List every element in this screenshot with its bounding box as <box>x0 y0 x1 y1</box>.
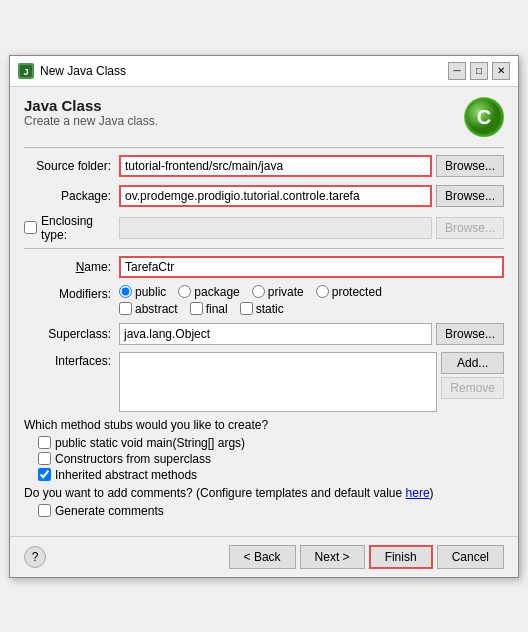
generate-comments-checkbox[interactable] <box>38 504 51 517</box>
superclass-input[interactable] <box>119 323 432 345</box>
nav-buttons: < Back Next > Finish Cancel <box>229 545 504 569</box>
header-text: Java Class Create a new Java class. <box>24 97 158 128</box>
enclosing-type-label: Enclosing type: <box>41 214 111 242</box>
source-folder-row: Source folder: Browse... <box>24 154 504 178</box>
cancel-button[interactable]: Cancel <box>437 545 504 569</box>
interfaces-add-button[interactable]: Add... <box>441 352 504 374</box>
stub-inherited: Inherited abstract methods <box>38 468 504 482</box>
modifiers-row-2: abstract final static <box>119 302 382 316</box>
modifiers-row-1: public package private protected <box>119 285 382 299</box>
stub-constructors-label: Constructors from superclass <box>55 452 211 466</box>
window-title: New Java Class <box>40 64 126 78</box>
stubs-question: Which method stubs would you like to cre… <box>24 418 504 432</box>
stub-main-checkbox[interactable] <box>38 436 51 449</box>
stub-inherited-label: Inherited abstract methods <box>55 468 197 482</box>
svg-text:C: C <box>477 106 491 128</box>
modifier-private[interactable]: private <box>252 285 304 299</box>
header-section: Java Class Create a new Java class. C <box>24 97 504 137</box>
source-folder-label: Source folder: <box>24 159 119 173</box>
package-input[interactable] <box>119 185 432 207</box>
modifier-abstract[interactable]: abstract <box>119 302 178 316</box>
close-button[interactable]: ✕ <box>492 62 510 80</box>
enclosing-type-browse-button: Browse... <box>436 217 504 239</box>
main-window: J New Java Class ─ □ ✕ Java Class Create… <box>9 55 519 578</box>
window-icon: J <box>18 63 34 79</box>
modifiers-label: Modifiers: <box>24 285 119 301</box>
stub-constructors: Constructors from superclass <box>38 452 504 466</box>
modifier-final[interactable]: final <box>190 302 228 316</box>
stubs-section: Which method stubs would you like to cre… <box>24 418 504 482</box>
comments-generate: Generate comments <box>38 504 504 518</box>
source-folder-browse-button[interactable]: Browse... <box>436 155 504 177</box>
name-row: Name: <box>24 255 504 279</box>
enclosing-type-checkbox[interactable] <box>24 221 37 234</box>
interfaces-row: Interfaces: Add... Remove <box>24 352 504 412</box>
modifier-protected[interactable]: protected <box>316 285 382 299</box>
superclass-row: Superclass: Browse... <box>24 322 504 346</box>
interfaces-remove-button: Remove <box>441 377 504 399</box>
modifiers-row: Modifiers: public package private <box>24 285 504 316</box>
stub-main: public static void main(String[] args) <box>38 436 504 450</box>
comments-question-prefix: Do you want to add comments? (Configure … <box>24 486 406 500</box>
title-bar-controls: ─ □ ✕ <box>448 62 510 80</box>
next-button[interactable]: Next > <box>300 545 365 569</box>
modifiers-section: public package private protected <box>119 285 382 316</box>
back-button[interactable]: < Back <box>229 545 296 569</box>
package-label: Package: <box>24 189 119 203</box>
middle-divider <box>24 248 504 249</box>
interfaces-textarea[interactable] <box>119 352 437 412</box>
comments-question: Do you want to add comments? (Configure … <box>24 486 504 500</box>
svg-text:J: J <box>23 67 28 77</box>
superclass-label: Superclass: <box>24 327 119 341</box>
modifier-public[interactable]: public <box>119 285 166 299</box>
modifier-static[interactable]: static <box>240 302 284 316</box>
stub-main-label: public static void main(String[] args) <box>55 436 245 450</box>
bottom-bar: ? < Back Next > Finish Cancel <box>10 536 518 577</box>
stub-constructors-checkbox[interactable] <box>38 452 51 465</box>
minimize-button[interactable]: ─ <box>448 62 466 80</box>
enclosing-type-input <box>119 217 432 239</box>
finish-button[interactable]: Finish <box>369 545 433 569</box>
maximize-button[interactable]: □ <box>470 62 488 80</box>
package-row: Package: Browse... <box>24 184 504 208</box>
stub-inherited-checkbox[interactable] <box>38 468 51 481</box>
name-input[interactable] <box>119 256 504 278</box>
interfaces-buttons: Add... Remove <box>441 352 504 399</box>
comments-here-link[interactable]: here <box>406 486 430 500</box>
enclosing-type-row: Enclosing type: Browse... <box>24 214 504 242</box>
package-browse-button[interactable]: Browse... <box>436 185 504 207</box>
header-divider <box>24 147 504 148</box>
superclass-browse-button[interactable]: Browse... <box>436 323 504 345</box>
dialog-subtitle: Create a new Java class. <box>24 114 158 128</box>
content-area: Java Class Create a new Java class. C <box>10 87 518 528</box>
generate-comments-label: Generate comments <box>55 504 164 518</box>
name-label: Name: <box>24 260 119 274</box>
help-button[interactable]: ? <box>24 546 46 568</box>
dialog-title: Java Class <box>24 97 158 114</box>
interfaces-label: Interfaces: <box>24 352 119 368</box>
title-bar: J New Java Class ─ □ ✕ <box>10 56 518 87</box>
header-icon: C <box>464 97 504 137</box>
comments-section: Do you want to add comments? (Configure … <box>24 486 504 518</box>
source-folder-input[interactable] <box>119 155 432 177</box>
title-bar-left: J New Java Class <box>18 63 126 79</box>
comments-question-suffix: ) <box>430 486 434 500</box>
modifier-package[interactable]: package <box>178 285 239 299</box>
